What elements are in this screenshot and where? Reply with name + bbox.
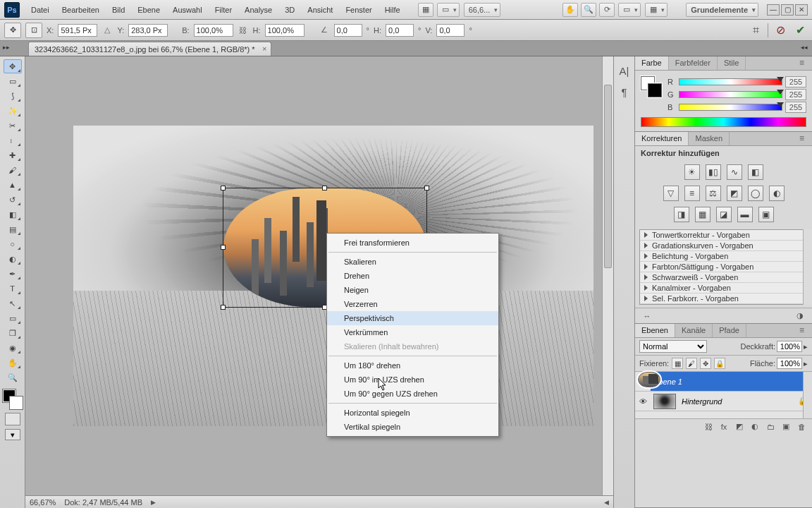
- tab-ebenen[interactable]: Ebenen: [635, 324, 675, 337]
- preset-scrollbar[interactable]: [803, 229, 812, 305]
- spectrum-ramp[interactable]: [641, 117, 806, 127]
- menu-auswahl[interactable]: Auswahl: [167, 3, 208, 17]
- adj-levels-icon[interactable]: ▮▯: [706, 164, 721, 180]
- ctx-neigen[interactable]: Neigen: [327, 283, 498, 297]
- heal-tool[interactable]: ✚: [4, 148, 22, 162]
- ctx-vertikal-spiegeln[interactable]: Vertikal spiegeln: [327, 420, 498, 434]
- expand-left-icon[interactable]: ▸▸: [3, 44, 11, 52]
- gradient-tool[interactable]: ▤: [4, 222, 22, 236]
- status-left-icon[interactable]: ◀: [604, 499, 609, 506]
- adj-hue-icon[interactable]: ≡: [684, 186, 700, 201]
- transform-tool-icon[interactable]: ✥: [4, 23, 21, 38]
- ctx-frei-transformieren[interactable]: Frei transformieren: [327, 236, 498, 250]
- preset-item[interactable]: Kanalmixer - Vorgaben: [640, 283, 807, 294]
- expand-right-icon[interactable]: ◂◂: [801, 44, 809, 52]
- reference-point-icon[interactable]: ⊡: [25, 23, 42, 38]
- dodge-tool[interactable]: ◐: [4, 252, 22, 266]
- opacity-arrow-icon[interactable]: ▸: [804, 342, 808, 351]
- r-value[interactable]: [785, 76, 806, 87]
- b-value[interactable]: [785, 102, 806, 113]
- status-arrow-icon[interactable]: ▶: [151, 499, 156, 506]
- cancel-transform-icon[interactable]: ⊘: [773, 23, 788, 38]
- transform-handle[interactable]: [322, 186, 327, 190]
- extras-combo[interactable]: ▦: [645, 3, 668, 17]
- panel-color-swatches[interactable]: [641, 76, 662, 97]
- layer-thumbnail[interactable]: [653, 394, 676, 409]
- canvas-area[interactable]: Frei transformieren Skalieren Drehen Nei…: [25, 56, 613, 508]
- transform-handle[interactable]: [424, 186, 429, 190]
- layer-visibility-icon[interactable]: 👁: [635, 397, 651, 406]
- menu-analyse[interactable]: Analyse: [239, 3, 278, 17]
- pen-tool[interactable]: ✒: [4, 267, 22, 281]
- adj-gradientmap-icon[interactable]: ▬: [737, 207, 753, 222]
- history-brush-tool[interactable]: ↺: [4, 193, 22, 207]
- skew-v-field[interactable]: [436, 24, 465, 37]
- menu-bearbeiten[interactable]: Bearbeiten: [56, 3, 105, 17]
- stamp-tool[interactable]: ▲: [4, 178, 22, 192]
- g-value[interactable]: [785, 89, 806, 100]
- skew-h-field[interactable]: [386, 24, 414, 37]
- screen-mode-combo[interactable]: ▭: [618, 3, 641, 17]
- layer-group-icon[interactable]: 🗀: [764, 421, 777, 433]
- delete-layer-icon[interactable]: 🗑: [795, 421, 808, 433]
- color-swatches[interactable]: [3, 389, 23, 409]
- ctx-180[interactable]: Um 180° drehen: [327, 358, 498, 373]
- preset-item[interactable]: Gradationskurven - Vorgaben: [640, 241, 807, 251]
- lasso-tool[interactable]: ⟆: [4, 89, 22, 103]
- adj-vibrance-icon[interactable]: ▽: [663, 186, 679, 201]
- scrollbar-thumb[interactable]: [604, 85, 612, 268]
- move-tool[interactable]: ✥: [4, 59, 22, 73]
- tab-pfade[interactable]: Pfade: [713, 324, 746, 337]
- adj-brightness-icon[interactable]: ☀: [684, 164, 700, 180]
- transform-handle[interactable]: [221, 245, 226, 250]
- layer-mask-icon[interactable]: ◩: [733, 421, 746, 433]
- ctx-drehen[interactable]: Drehen: [327, 269, 498, 283]
- path-select-tool[interactable]: ↖: [4, 296, 22, 310]
- lock-transparent-icon[interactable]: ▦: [672, 358, 683, 369]
- layer-row[interactable]: 👁 Hintergrund 🔒: [635, 392, 812, 411]
- warp-mode-icon[interactable]: ⌗: [748, 23, 763, 38]
- menu-fenster[interactable]: Fenster: [340, 3, 377, 17]
- angle-field[interactable]: [334, 24, 362, 37]
- menu-ebene[interactable]: Ebene: [132, 3, 166, 17]
- width-field[interactable]: [194, 24, 233, 37]
- ctx-verzerren[interactable]: Verzerren: [327, 297, 498, 311]
- layer-name[interactable]: Hintergrund: [679, 397, 798, 406]
- fill-field[interactable]: [777, 358, 802, 369]
- adj-expand-icon[interactable]: ↔: [641, 310, 653, 322]
- x-field[interactable]: [58, 24, 97, 37]
- ctx-90-cw[interactable]: Um 90° im UZS drehen: [327, 373, 498, 387]
- b-slider[interactable]: [679, 104, 782, 111]
- adj-invert-icon[interactable]: ◨: [674, 207, 689, 222]
- quickmask-toggle[interactable]: [5, 413, 20, 425]
- status-doc-size[interactable]: Dok: 2,47 MB/5,44 MB: [64, 498, 142, 507]
- transform-handle[interactable]: [221, 305, 226, 310]
- hand-tool[interactable]: ✋: [4, 356, 22, 370]
- zoom-combo[interactable]: 66,6...: [464, 3, 501, 17]
- adj-posterize-icon[interactable]: ▦: [695, 207, 710, 222]
- r-slider[interactable]: [679, 78, 782, 85]
- adj-exposure-icon[interactable]: ◧: [748, 164, 763, 180]
- menu-datei[interactable]: Datei: [25, 3, 55, 17]
- adj-bw-icon[interactable]: ◩: [727, 186, 742, 201]
- rotate-icon[interactable]: ⟳: [599, 3, 615, 17]
- panel-menu-icon[interactable]: ≡: [799, 58, 811, 68]
- crop-tool[interactable]: ✂: [4, 119, 22, 133]
- vertical-scrollbar[interactable]: [602, 56, 613, 495]
- arrange-combo[interactable]: ▭: [437, 3, 460, 17]
- paragraph-panel-icon[interactable]: ¶: [617, 85, 632, 99]
- preset-item[interactable]: Schwarzweiß - Vorgaben: [640, 272, 807, 283]
- link-wh-icon[interactable]: ⛓: [238, 25, 249, 36]
- blend-mode-select[interactable]: Normal: [639, 340, 707, 353]
- menu-hilfe[interactable]: Hilfe: [379, 3, 406, 17]
- lock-all-icon[interactable]: 🔒: [714, 358, 725, 369]
- menu-3d[interactable]: 3D: [279, 3, 300, 17]
- link-layers-icon[interactable]: ⛓: [702, 421, 715, 433]
- panel-menu-icon[interactable]: ≡: [799, 325, 811, 335]
- marquee-tool[interactable]: ▭: [4, 74, 22, 88]
- eraser-tool[interactable]: ◧: [4, 207, 22, 222]
- height-field[interactable]: [265, 24, 304, 37]
- adj-photofilter-icon[interactable]: ◯: [748, 186, 763, 201]
- window-maximize[interactable]: ▢: [781, 4, 794, 16]
- panel-menu-icon[interactable]: ≡: [799, 133, 811, 143]
